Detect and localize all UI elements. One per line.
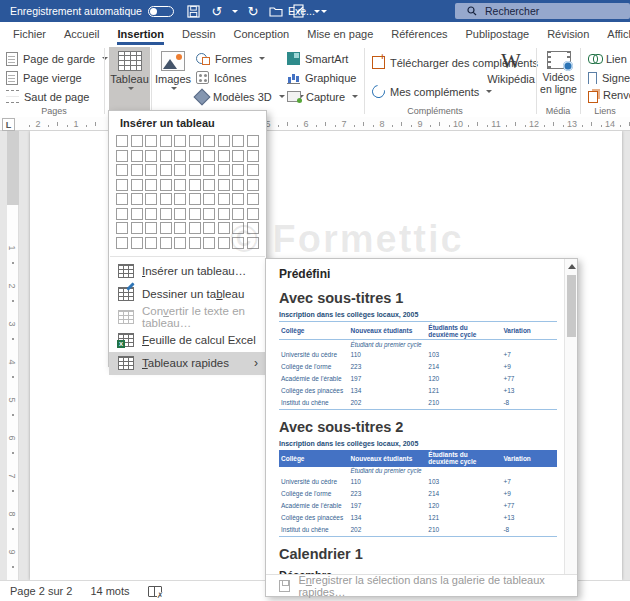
- table-size-cell[interactable]: [232, 135, 244, 147]
- table-size-cell[interactable]: [160, 164, 172, 176]
- table-size-cell[interactable]: [218, 193, 230, 205]
- table-size-cell[interactable]: [218, 164, 230, 176]
- gallery-item-avec-sous-titres-2[interactable]: Avec sous-titres 2 Inscription dans les …: [279, 419, 555, 537]
- tab-affichage[interactable]: Affichage: [598, 24, 630, 45]
- table-size-cell[interactable]: [174, 193, 186, 205]
- table-size-cell[interactable]: [174, 237, 186, 249]
- table-size-cell[interactable]: [174, 222, 186, 234]
- table-size-cell[interactable]: [145, 179, 157, 191]
- table-size-cell[interactable]: [189, 222, 201, 234]
- menu-item-draw-table[interactable]: Dessiner un tableau: [109, 283, 266, 306]
- table-size-cell[interactable]: [232, 164, 244, 176]
- table-size-cell[interactable]: [232, 179, 244, 191]
- table-size-cell[interactable]: [160, 222, 172, 234]
- table-size-cell[interactable]: [247, 237, 259, 249]
- table-size-cell[interactable]: [131, 135, 143, 147]
- undo-icon[interactable]: ↺: [209, 3, 225, 19]
- undo-dropdown-icon[interactable]: [232, 10, 238, 13]
- table-size-cell[interactable]: [218, 135, 230, 147]
- table-size-cell[interactable]: [232, 237, 244, 249]
- menu-item-excel-spreadsheet[interactable]: Feuille de calcul Excel: [109, 329, 266, 352]
- tab-r-vision[interactable]: Révision: [538, 24, 598, 45]
- table-size-cell[interactable]: [218, 222, 230, 234]
- menu-item-convert-text-to-table[interactable]: Convertir le texte en tableau…: [109, 306, 266, 329]
- table-size-cell[interactable]: [160, 237, 172, 249]
- table-size-cell[interactable]: [131, 222, 143, 234]
- page-de-garde-button[interactable]: Page de garde: [6, 50, 108, 67]
- lien-button[interactable]: Lien: [588, 50, 627, 67]
- table-size-cell[interactable]: [160, 150, 172, 162]
- table-size-cell[interactable]: [116, 179, 128, 191]
- table-size-cell[interactable]: [116, 237, 128, 249]
- table-size-cell[interactable]: [247, 135, 259, 147]
- page-count[interactable]: Page 2 sur 2: [10, 585, 72, 597]
- gallery-item-avec-sous-titres-1[interactable]: Avec sous-titres 1 Inscription dans les …: [279, 290, 555, 410]
- graphique-button[interactable]: Graphique: [287, 69, 356, 86]
- tab-accueil[interactable]: Accueil: [55, 24, 108, 45]
- word-count[interactable]: 14 mots: [90, 585, 129, 597]
- table-size-cell[interactable]: [232, 222, 244, 234]
- table-size-cell[interactable]: [131, 150, 143, 162]
- table-size-cell[interactable]: [203, 208, 215, 220]
- images-button[interactable]: Images: [154, 47, 192, 110]
- table-size-cell[interactable]: [131, 164, 143, 176]
- vertical-ruler[interactable]: 123456789: [7, 131, 19, 580]
- table-size-cell[interactable]: [189, 237, 201, 249]
- table-size-cell[interactable]: [189, 150, 201, 162]
- tableau-button[interactable]: Tableau: [109, 47, 150, 117]
- table-size-cell[interactable]: [145, 193, 157, 205]
- table-size-cell[interactable]: [247, 150, 259, 162]
- tab-conception[interactable]: Conception: [225, 24, 299, 45]
- tab-insertion[interactable]: Insertion: [108, 24, 172, 45]
- mes-complements-button[interactable]: Mes compléments: [372, 83, 492, 100]
- table-size-cell[interactable]: [174, 164, 186, 176]
- table-size-cell[interactable]: [174, 135, 186, 147]
- table-size-cell[interactable]: [203, 237, 215, 249]
- horizontal-ruler[interactable]: 21567891011121314: [0, 117, 630, 131]
- table-size-cell[interactable]: [203, 135, 215, 147]
- tab-r-f-rences[interactable]: Références: [382, 24, 456, 45]
- wikipedia-button[interactable]: W Wikipédia: [488, 47, 534, 110]
- table-size-cell[interactable]: [160, 193, 172, 205]
- table-size-cell[interactable]: [189, 179, 201, 191]
- save-icon[interactable]: [186, 3, 202, 19]
- table-size-cell[interactable]: [247, 164, 259, 176]
- proofing-errors-icon[interactable]: [148, 586, 162, 597]
- table-size-cell[interactable]: [160, 179, 172, 191]
- table-size-cell[interactable]: [116, 150, 128, 162]
- table-size-grid[interactable]: [116, 135, 266, 249]
- table-size-cell[interactable]: [203, 222, 215, 234]
- tab-dessin[interactable]: Dessin: [173, 24, 225, 45]
- table-size-cell[interactable]: [232, 193, 244, 205]
- table-size-cell[interactable]: [218, 150, 230, 162]
- table-size-cell[interactable]: [189, 135, 201, 147]
- table-size-cell[interactable]: [174, 179, 186, 191]
- capture-button[interactable]: Capture: [287, 88, 358, 105]
- table-size-cell[interactable]: [203, 164, 215, 176]
- videos-en-ligne-button[interactable]: Vidéos en ligne: [540, 47, 577, 110]
- table-size-cell[interactable]: [247, 179, 259, 191]
- table-size-cell[interactable]: [189, 208, 201, 220]
- table-size-cell[interactable]: [203, 193, 215, 205]
- table-size-cell[interactable]: [160, 135, 172, 147]
- gallery-item-calendrier-1[interactable]: Calendrier 1 Décembre LMMJVSD12345678910…: [279, 546, 555, 574]
- table-size-cell[interactable]: [116, 135, 128, 147]
- scroll-up-icon[interactable]: [568, 264, 576, 269]
- table-size-cell[interactable]: [247, 208, 259, 220]
- table-size-cell[interactable]: [145, 135, 157, 147]
- table-size-cell[interactable]: [131, 193, 143, 205]
- table-size-cell[interactable]: [247, 222, 259, 234]
- table-size-cell[interactable]: [218, 208, 230, 220]
- table-size-cell[interactable]: [145, 150, 157, 162]
- menu-item-insert-table[interactable]: Insérer un tableau…: [109, 260, 266, 283]
- table-size-cell[interactable]: [145, 164, 157, 176]
- table-size-cell[interactable]: [145, 208, 157, 220]
- table-size-cell[interactable]: [116, 193, 128, 205]
- autosave-control[interactable]: Enregistrement automatique: [0, 5, 174, 17]
- table-size-cell[interactable]: [232, 150, 244, 162]
- search-box[interactable]: Rechercher: [455, 3, 630, 19]
- open-folder-icon[interactable]: [268, 3, 284, 19]
- table-size-cell[interactable]: [189, 164, 201, 176]
- scrollbar-thumb[interactable]: [567, 275, 576, 337]
- signet-button[interactable]: Signet: [588, 69, 630, 86]
